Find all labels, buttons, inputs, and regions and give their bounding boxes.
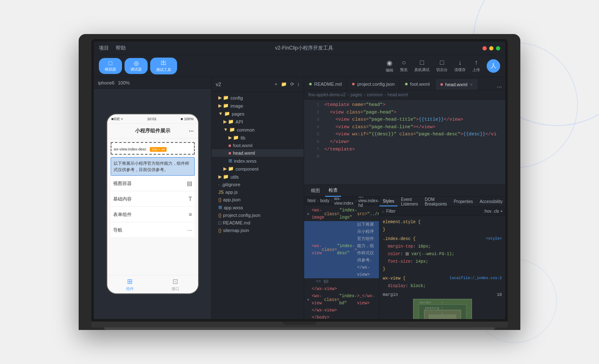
simulate-button[interactable]: □ 模拟器 <box>99 58 122 74</box>
tab-component[interactable]: ⊞ 组件 <box>126 277 134 292</box>
tab-more-button[interactable]: ··· <box>493 83 505 90</box>
code-editor[interactable]: 1 <template name="head"> 2 <view class="… <box>304 100 505 185</box>
simulate-label: 模拟器 <box>105 67 116 72</box>
head-wxml-label: head.wxml <box>233 150 255 156</box>
tree-utils[interactable]: ▶ 📁 utils <box>212 173 304 181</box>
style-index-desc: .index-desc { <style> margin-top: 10px; … <box>379 235 505 274</box>
filter-input[interactable] <box>386 209 484 214</box>
tree-sitemap[interactable]: {} sitemap.json <box>212 227 304 234</box>
tree-config[interactable]: ▶ 📁 config <box>212 94 304 102</box>
status-right: ■ 100% <box>181 117 194 121</box>
margin-box: - border - <box>413 299 472 319</box>
tree-readme[interactable]: □ README.md <box>212 219 304 227</box>
refresh-icon[interactable]: ⟳ <box>290 82 294 87</box>
breadcrumb-sep-2: › <box>364 92 365 97</box>
tree-pages[interactable]: ▼ 📁 pages <box>212 110 304 118</box>
edit-label: 编辑 <box>386 68 393 73</box>
new-folder-icon[interactable]: 📁 <box>281 82 287 87</box>
tab-head-wxml[interactable]: head.wxml × <box>435 78 478 90</box>
list-item-4[interactable]: 导航 ··· <box>111 222 195 238</box>
file-icon-app-wxss: ⊞ <box>218 205 222 210</box>
iphone-content: wx-view.index-desc 240 × 44 以下将展示小程序官方组件… <box>107 139 198 275</box>
breadcrumb-item-2: pages <box>350 92 362 97</box>
color-swatch <box>406 252 409 256</box>
path-body[interactable]: body <box>320 198 329 203</box>
iphone-frame: ■IDE ≈ 10:01 ■ 100% 小程序组件展示 ··· <box>106 113 199 294</box>
tree-component[interactable]: ▶ 📁 component <box>212 165 304 173</box>
tab-readme[interactable]: README.md <box>304 78 347 90</box>
styles-tab-a11y[interactable]: Accessibility <box>476 197 505 206</box>
padding-box: padding - 240 × 44 <box>424 310 461 319</box>
filter-icon: ⌕ <box>382 209 384 214</box>
styles-content: element.style { } .index-desc { <style> <box>379 216 505 319</box>
tab-project-config[interactable]: project.config.json <box>347 78 400 90</box>
devtools-tab-console[interactable]: 检查 <box>325 185 341 197</box>
code-line-6: 6 </view> <box>304 138 505 146</box>
action-clear-cache[interactable]: ↓ 清缓存 <box>454 59 466 73</box>
tree-head-wxml[interactable]: ■ head.wxml <box>212 149 304 157</box>
clear-cache-icon: ↓ <box>459 59 462 66</box>
nav-more-icon[interactable]: ··· <box>189 128 194 135</box>
styles-tab-dom[interactable]: DOM Breakpoints <box>421 197 451 206</box>
test-button[interactable]: 出 测试工具 <box>150 58 177 74</box>
close-button[interactable] <box>482 46 487 50</box>
content-box: 240 × 44 <box>429 314 456 319</box>
menu-project[interactable]: 项目 <box>99 45 109 52</box>
status-time: 10:01 <box>147 117 157 121</box>
file-icon-gitignore: · <box>218 182 220 187</box>
devtools-tab-elements[interactable]: 概图 <box>307 185 323 197</box>
laptop-base <box>91 322 508 327</box>
filter-pseudo[interactable]: :hov .cls + <box>484 209 503 214</box>
tree-app-js[interactable]: JS app.js <box>212 188 304 196</box>
tab-close-icon[interactable]: × <box>470 82 472 87</box>
styles-tab-props[interactable]: Properties <box>451 197 477 206</box>
tree-app-wxss[interactable]: ⊞ app.wxss <box>212 203 304 211</box>
path-html[interactable]: html <box>307 198 315 203</box>
action-background[interactable]: □ 切后台 <box>436 59 448 73</box>
file-tree-toolbar: + 📁 ⟳ ↕ <box>275 82 300 87</box>
preview-label: 预览 <box>400 67 408 73</box>
styles-tab-styles[interactable]: Styles <box>379 197 398 206</box>
debug-button[interactable]: ◎ 调试器 <box>125 58 148 74</box>
tree-foot-wxml[interactable]: ■ foot.wxml <box>212 142 304 149</box>
html-line-desc-selected[interactable]: <wx-view class="index-desc" > 以下将展示小程序官方… <box>304 221 379 278</box>
user-avatar[interactable]: 人 <box>487 59 500 73</box>
styles-tab-events[interactable]: Event Listeners <box>398 197 421 206</box>
toolbar-left: □ 模拟器 ◎ 调试器 出 测试工具 <box>99 58 177 74</box>
tree-api[interactable]: ▶ 📁 API <box>212 118 304 126</box>
list-label-3: 表单组件 <box>113 211 132 218</box>
breadcrumb-sep-3: › <box>384 92 386 97</box>
laptop-frame: 项目 帮助 v2-FinClip小程序开发工具 □ <box>79 34 520 330</box>
list-icon-2: T <box>188 195 192 202</box>
tree-project-config[interactable]: {} project.config.json <box>212 211 304 219</box>
readme-label: README.md <box>223 220 250 225</box>
action-real-debug[interactable]: □ 真机调试 <box>414 59 429 73</box>
window-controls <box>482 46 500 50</box>
tree-common[interactable]: ▼ 📁 common <box>212 126 304 134</box>
status-left: ■IDE ≈ <box>111 117 123 121</box>
action-upload[interactable]: ↑ 上传 <box>472 59 480 73</box>
tree-image[interactable]: ▶ 📁 image <box>212 102 304 110</box>
new-file-icon[interactable]: + <box>275 82 277 87</box>
tab-interface[interactable]: ⊡ 接口 <box>172 277 179 292</box>
minimize-button[interactable] <box>489 46 493 50</box>
upload-label: 上传 <box>472 67 480 73</box>
editor-panel: README.md project.config.json foot.wxml <box>304 77 505 319</box>
tab-foot-wxml[interactable]: foot.wxml <box>400 78 435 90</box>
action-edit[interactable]: ◉ 编辑 <box>386 59 393 73</box>
file-icon-head: ■ <box>228 150 231 156</box>
collapse-icon[interactable]: ↕ <box>297 82 300 87</box>
styles-tabs: Styles Event Listeners DOM Breakpoints P… <box>379 197 505 207</box>
path-wx-view-index[interactable]: wx-view.index <box>334 197 353 206</box>
tree-gitignore[interactable]: · .gitignore <box>212 181 304 188</box>
list-item-2[interactable]: 基础内容 T <box>111 191 195 207</box>
action-preview[interactable]: ○ 预览 <box>400 59 408 73</box>
list-item-3[interactable]: 表单组件 ≡ <box>111 207 195 222</box>
list-item-1[interactable]: 视图容器 ▤ <box>111 176 195 191</box>
menu-help[interactable]: 帮助 <box>116 45 126 52</box>
tree-index-wxss[interactable]: ⊞ index.wxss <box>212 157 304 165</box>
tree-lib[interactable]: ▶ 📁 lib <box>212 134 304 142</box>
main-toolbar: □ 模拟器 ◎ 调试器 出 测试工具 <box>94 55 505 77</box>
maximize-button[interactable] <box>496 46 500 50</box>
tree-app-json[interactable]: {} app.json <box>212 196 304 203</box>
